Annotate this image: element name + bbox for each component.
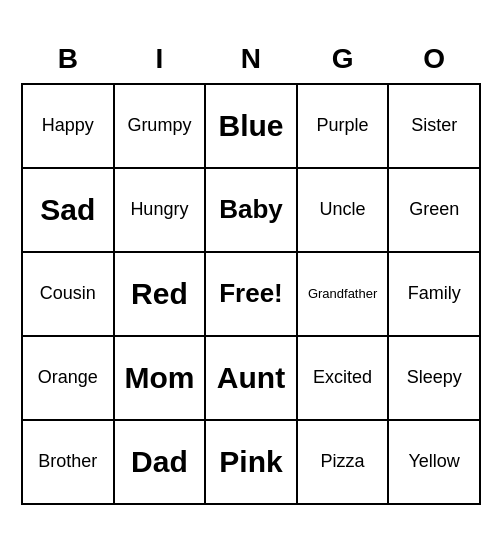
cell-label: Sleepy (393, 367, 475, 389)
cell-r0-c0: Happy (22, 84, 114, 168)
cell-r1-c1: Hungry (114, 168, 206, 252)
cell-label: Pink (210, 444, 292, 480)
cell-label: Blue (210, 108, 292, 144)
table-row: CousinRedFree!GrandfatherFamily (22, 252, 480, 336)
cell-label: Free! (210, 278, 292, 309)
cell-r1-c2: Baby (205, 168, 297, 252)
cell-label: Uncle (302, 199, 384, 221)
cell-r3-c4: Sleepy (388, 336, 480, 420)
cell-label: Excited (302, 367, 384, 389)
table-row: SadHungryBabyUncleGreen (22, 168, 480, 252)
cell-label: Orange (27, 367, 109, 389)
cell-label: Mom (119, 360, 201, 396)
cell-r4-c3: Pizza (297, 420, 389, 504)
cell-r2-c4: Family (388, 252, 480, 336)
cell-r3-c1: Mom (114, 336, 206, 420)
cell-r3-c3: Excited (297, 336, 389, 420)
cell-r0-c3: Purple (297, 84, 389, 168)
cell-label: Aunt (210, 360, 292, 396)
header-o: O (388, 39, 480, 84)
cell-r1-c0: Sad (22, 168, 114, 252)
cell-r2-c0: Cousin (22, 252, 114, 336)
cell-label: Green (393, 199, 475, 221)
table-row: HappyGrumpyBluePurpleSister (22, 84, 480, 168)
header-n: N (205, 39, 297, 84)
cell-label: Grandfather (302, 286, 384, 302)
cell-r0-c1: Grumpy (114, 84, 206, 168)
cell-label: Hungry (119, 199, 201, 221)
cell-r0-c4: Sister (388, 84, 480, 168)
bingo-header-row: B I N G O (22, 39, 480, 84)
cell-r1-c4: Green (388, 168, 480, 252)
table-row: BrotherDadPinkPizzaYellow (22, 420, 480, 504)
cell-label: Family (393, 283, 475, 305)
bingo-card: B I N G O HappyGrumpyBluePurpleSisterSad… (11, 29, 491, 515)
cell-r3-c2: Aunt (205, 336, 297, 420)
cell-r0-c2: Blue (205, 84, 297, 168)
cell-r2-c3: Grandfather (297, 252, 389, 336)
cell-label: Sister (393, 115, 475, 137)
cell-label: Purple (302, 115, 384, 137)
cell-r1-c3: Uncle (297, 168, 389, 252)
bingo-body: HappyGrumpyBluePurpleSisterSadHungryBaby… (22, 84, 480, 504)
cell-label: Red (119, 276, 201, 312)
cell-label: Happy (27, 115, 109, 137)
cell-r3-c0: Orange (22, 336, 114, 420)
cell-label: Pizza (302, 451, 384, 473)
cell-label: Baby (210, 194, 292, 225)
cell-r4-c0: Brother (22, 420, 114, 504)
cell-r4-c2: Pink (205, 420, 297, 504)
cell-r2-c1: Red (114, 252, 206, 336)
cell-label: Grumpy (119, 115, 201, 137)
cell-label: Brother (27, 451, 109, 473)
table-row: OrangeMomAuntExcitedSleepy (22, 336, 480, 420)
cell-r4-c4: Yellow (388, 420, 480, 504)
cell-label: Dad (119, 444, 201, 480)
cell-r4-c1: Dad (114, 420, 206, 504)
cell-label: Sad (27, 192, 109, 228)
cell-label: Cousin (27, 283, 109, 305)
cell-r2-c2: Free! (205, 252, 297, 336)
header-i: I (114, 39, 206, 84)
cell-label: Yellow (393, 451, 475, 473)
bingo-table: B I N G O HappyGrumpyBluePurpleSisterSad… (21, 39, 481, 505)
header-g: G (297, 39, 389, 84)
header-b: B (22, 39, 114, 84)
